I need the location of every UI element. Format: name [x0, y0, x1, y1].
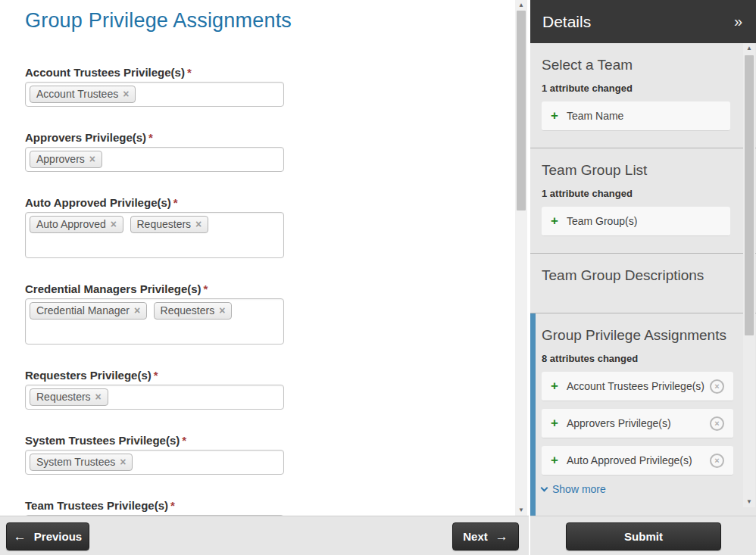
- attr-label: Approvers Privilege(s): [567, 416, 671, 431]
- field-label: Account Trustees Privilege(s): [25, 66, 185, 79]
- sidebar-scrollbar[interactable]: ▲ ▼: [743, 43, 755, 507]
- next-label: Next: [463, 530, 488, 543]
- tag-label: System Trustees: [36, 456, 115, 468]
- field-label: Approvers Privilege(s): [25, 131, 146, 144]
- attributes-changed-count: 8 attributes changed: [542, 353, 733, 364]
- main-panel: Group Privilege Assignments Account Trus…: [0, 0, 529, 516]
- arrow-left-icon: ←: [14, 530, 27, 543]
- scroll-up-icon[interactable]: ▲: [515, 0, 527, 11]
- section-select-a-team: Select a Team 1 attribute changed + Team…: [530, 43, 756, 148]
- tag-label: Requesters: [137, 218, 192, 230]
- field-credential-managers: Credential Managers Privilege(s)* Creden…: [25, 282, 284, 345]
- required-asterisk: *: [187, 66, 192, 79]
- attr-card-auto-approved[interactable]: + Auto Approved Privilege(s) ×: [542, 446, 733, 475]
- tag: Approvers×: [30, 151, 102, 168]
- required-asterisk: *: [182, 434, 186, 447]
- main-scrollbar[interactable]: ▲ ▼: [515, 0, 527, 516]
- chevron-down-icon: [541, 484, 548, 491]
- tag-remove-icon[interactable]: ×: [95, 391, 102, 403]
- tag-input-auto-approved[interactable]: Auto Approved× Requesters×: [25, 212, 284, 258]
- submit-footer: Submit: [530, 516, 756, 555]
- tag-input-credential-managers[interactable]: Credential Manager× Requesters×: [25, 298, 284, 345]
- section-team-group-list: Team Group List 1 attribute changed + Te…: [530, 148, 756, 254]
- section-title: Team Group List: [542, 162, 730, 179]
- tag-input-approvers[interactable]: Approvers×: [25, 147, 284, 172]
- tag-input-system-trustees[interactable]: System Trustees×: [25, 450, 284, 475]
- section-title: Team Group Descriptions: [542, 267, 730, 284]
- tag: System Trustees×: [30, 454, 133, 471]
- tag-remove-icon[interactable]: ×: [219, 304, 225, 316]
- page-title: Group Privilege Assignments: [25, 9, 483, 33]
- main-scrollbar-thumb[interactable]: [517, 11, 526, 210]
- field-label: Credential Managers Privilege(s): [25, 282, 201, 295]
- field-requesters: Requesters Privilege(s)* Requesters×: [25, 369, 284, 410]
- tag-remove-icon[interactable]: ×: [134, 304, 140, 316]
- remove-attribute-icon[interactable]: ×: [710, 454, 724, 468]
- attr-card-team-groups[interactable]: + Team Group(s): [542, 207, 730, 236]
- next-button[interactable]: Next →: [452, 522, 519, 550]
- tag: Requesters×: [130, 216, 209, 233]
- scroll-down-icon[interactable]: ▼: [743, 497, 755, 507]
- attr-label: Team Name: [567, 109, 623, 123]
- plus-icon: +: [551, 214, 558, 229]
- previous-label: Previous: [34, 530, 82, 543]
- tag-label: Requesters: [161, 304, 215, 316]
- remove-attribute-icon[interactable]: ×: [710, 416, 724, 431]
- arrow-right-icon: →: [495, 530, 508, 543]
- collapse-panel-icon[interactable]: »: [734, 13, 742, 30]
- tag-input-account-trustees[interactable]: Account Trustees×: [25, 82, 284, 107]
- tag-input-requesters[interactable]: Requesters×: [25, 385, 284, 410]
- required-asterisk: *: [170, 499, 175, 512]
- tag-label: Approvers: [36, 153, 85, 165]
- tag: Requesters×: [30, 388, 108, 406]
- field-account-trustees: Account Trustees Privilege(s)* Account T…: [25, 66, 284, 107]
- tag-remove-icon[interactable]: ×: [195, 218, 201, 230]
- details-sidebar: Details » Select a Team 1 attribute chan…: [530, 0, 756, 516]
- field-system-trustees: System Trustees Privilege(s)* System Tru…: [25, 434, 284, 475]
- section-group-privilege-assignments: Group Privilege Assignments 8 attributes…: [530, 313, 756, 516]
- tag: Credential Manager×: [30, 302, 147, 320]
- attributes-changed-count: 1 attribute changed: [542, 188, 730, 199]
- field-approvers: Approvers Privilege(s)* Approvers×: [25, 131, 284, 172]
- field-label: Team Trustees Privilege(s): [25, 499, 168, 512]
- plus-icon: +: [551, 453, 558, 468]
- tag-label: Auto Approved: [36, 218, 106, 230]
- tag-remove-icon[interactable]: ×: [120, 456, 126, 468]
- details-header: Details »: [530, 0, 756, 43]
- field-label: Auto Approved Privilege(s): [25, 196, 171, 209]
- tag: Requesters×: [154, 302, 233, 320]
- submit-label: Submit: [624, 530, 663, 543]
- plus-icon: +: [551, 379, 558, 394]
- section-title: Select a Team: [542, 57, 730, 73]
- required-asterisk: *: [148, 131, 153, 144]
- submit-button[interactable]: Submit: [566, 522, 721, 550]
- tag-remove-icon[interactable]: ×: [111, 218, 117, 230]
- show-more-link[interactable]: Show more: [542, 483, 733, 495]
- scroll-up-icon[interactable]: ▲: [743, 43, 755, 54]
- plus-icon: +: [551, 416, 558, 431]
- attr-label: Auto Approved Privilege(s): [567, 454, 692, 468]
- attr-label: Account Trustees Privilege(s): [567, 379, 704, 394]
- field-label: System Trustees Privilege(s): [25, 434, 180, 447]
- tag-remove-icon[interactable]: ×: [123, 88, 129, 100]
- details-title: Details: [542, 13, 591, 31]
- attr-card-approvers[interactable]: + Approvers Privilege(s) ×: [542, 409, 733, 438]
- tag: Account Trustees×: [30, 86, 136, 103]
- field-auto-approved: Auto Approved Privilege(s)* Auto Approve…: [25, 196, 284, 258]
- attr-card-account-trustees[interactable]: + Account Trustees Privilege(s) ×: [542, 372, 733, 401]
- tag: Auto Approved×: [30, 216, 123, 233]
- tag-label: Account Trustees: [36, 88, 118, 100]
- field-team-trustees: Team Trustees Privilege(s)* Team Trustee…: [25, 499, 284, 516]
- plus-icon: +: [551, 108, 558, 123]
- section-team-group-descriptions: Team Group Descriptions: [530, 254, 756, 313]
- previous-button[interactable]: ← Previous: [6, 522, 89, 550]
- tag-remove-icon[interactable]: ×: [89, 153, 95, 165]
- required-asterisk: *: [173, 196, 178, 209]
- tag-label: Credential Manager: [36, 304, 130, 316]
- scroll-down-icon[interactable]: ▼: [515, 505, 527, 516]
- attr-label: Team Group(s): [567, 214, 637, 229]
- attr-card-team-name[interactable]: + Team Name: [542, 101, 730, 131]
- remove-attribute-icon[interactable]: ×: [710, 379, 724, 394]
- sidebar-scrollbar-thumb[interactable]: [745, 55, 754, 335]
- required-asterisk: *: [204, 282, 208, 295]
